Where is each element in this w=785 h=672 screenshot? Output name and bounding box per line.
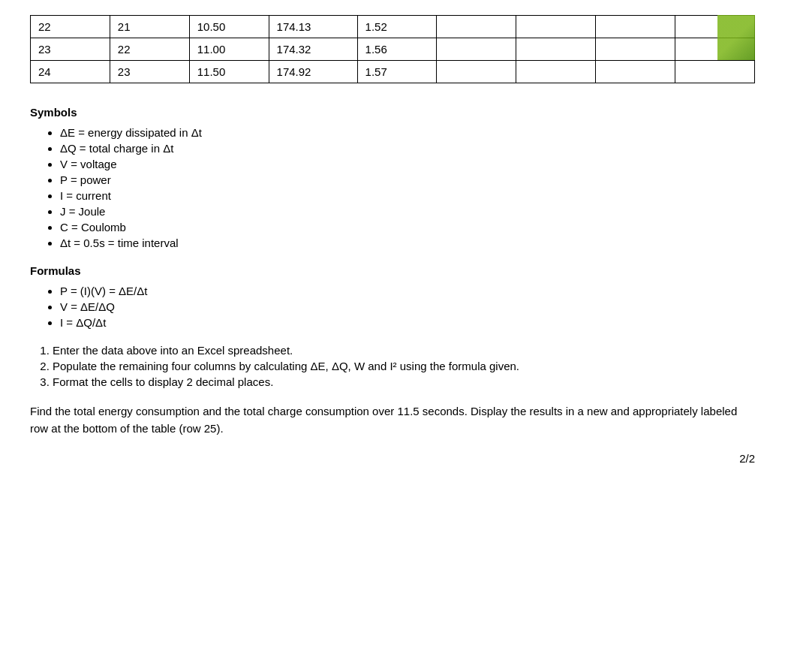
table-cell: 22 xyxy=(31,16,110,38)
table-cell xyxy=(437,61,516,83)
table-cell: 22 xyxy=(110,38,189,61)
summary-paragraph: Find the total energy consumption and th… xyxy=(30,403,755,437)
table-cell: 174.32 xyxy=(269,38,357,61)
table-cell xyxy=(516,16,596,38)
table-cell: 23 xyxy=(110,61,189,83)
table-cell: 1.56 xyxy=(357,38,437,61)
formulas-title: Formulas xyxy=(30,264,755,277)
table-cell: 10.50 xyxy=(189,16,269,38)
list-item: I = current xyxy=(60,189,755,202)
table-cell: 1.52 xyxy=(357,16,437,38)
table-cell xyxy=(675,61,755,83)
table-cell xyxy=(437,38,516,61)
list-item: V = ΔE/ΔQ xyxy=(60,300,755,313)
page-number: 2/2 xyxy=(30,452,755,465)
table-cell: 174.13 xyxy=(269,16,357,38)
data-table: 222110.50174.131.52232211.00174.321.5624… xyxy=(30,15,755,83)
table-cell: 11.50 xyxy=(189,61,269,83)
list-item: J = Joule xyxy=(60,205,755,218)
instructions-list: Enter the data above into an Excel sprea… xyxy=(30,344,755,388)
table-cell: 23 xyxy=(31,38,110,61)
list-item: P = (I)(V) = ΔE/Δt xyxy=(60,285,755,297)
table-cell xyxy=(516,38,596,61)
table-cell xyxy=(516,61,596,83)
list-item: C = Coulomb xyxy=(60,221,755,234)
list-item: ΔQ = total charge in Δt xyxy=(60,142,755,155)
list-item: Enter the data above into an Excel sprea… xyxy=(53,344,755,357)
table-cell: 11.00 xyxy=(189,38,269,61)
table-cell: 174.92 xyxy=(269,61,357,83)
list-item: V = voltage xyxy=(60,158,755,170)
symbols-section: Symbols ΔE = energy dissipated in ΔtΔQ =… xyxy=(30,106,755,249)
list-item: Populate the remaining four columns by c… xyxy=(53,360,755,372)
table-cell xyxy=(437,16,516,38)
table-cell xyxy=(596,61,675,83)
formulas-list: P = (I)(V) = ΔE/ΔtV = ΔE/ΔQI = ΔQ/Δt xyxy=(30,285,755,329)
table-cell: 21 xyxy=(110,16,189,38)
list-item: Format the cells to display 2 decimal pl… xyxy=(53,375,755,388)
corner-decoration xyxy=(717,15,755,60)
list-item: ΔE = energy dissipated in Δt xyxy=(60,126,755,139)
table-cell xyxy=(596,16,675,38)
list-item: I = ΔQ/Δt xyxy=(60,316,755,329)
table-cell xyxy=(596,38,675,61)
table-cell: 24 xyxy=(31,61,110,83)
formulas-section: Formulas P = (I)(V) = ΔE/ΔtV = ΔE/ΔQI = … xyxy=(30,264,755,329)
list-item: Δt = 0.5s = time interval xyxy=(60,237,755,249)
symbols-title: Symbols xyxy=(30,106,755,119)
instructions-section: Enter the data above into an Excel sprea… xyxy=(30,344,755,388)
table-cell: 1.57 xyxy=(357,61,437,83)
symbols-list: ΔE = energy dissipated in ΔtΔQ = total c… xyxy=(30,126,755,249)
list-item: P = power xyxy=(60,173,755,186)
